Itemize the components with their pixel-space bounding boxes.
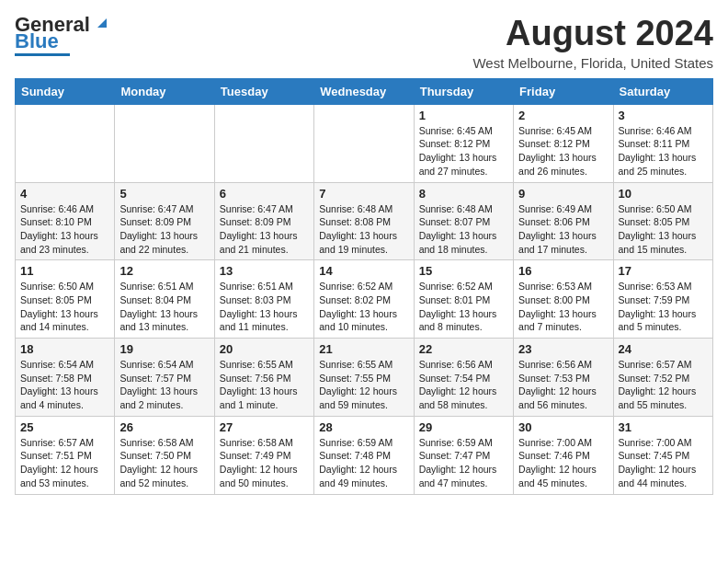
day-number: 24	[619, 342, 708, 356]
calendar-table: SundayMondayTuesdayWednesdayThursdayFrid…	[15, 78, 713, 495]
day-info: Sunrise: 6:56 AM Sunset: 7:54 PM Dayligh…	[419, 358, 508, 412]
logo-blue-text: Blue	[15, 31, 59, 52]
calendar-cell: 5Sunrise: 6:47 AM Sunset: 8:09 PM Daylig…	[115, 182, 214, 260]
day-number: 6	[220, 187, 309, 201]
day-number: 25	[20, 420, 109, 434]
day-info: Sunrise: 6:49 AM Sunset: 8:06 PM Dayligh…	[518, 202, 608, 257]
calendar-cell: 15Sunrise: 6:52 AM Sunset: 8:01 PM Dayli…	[414, 260, 513, 339]
day-number: 29	[419, 420, 508, 434]
calendar-cell	[115, 104, 214, 182]
weekday-header-friday: Friday	[514, 78, 613, 104]
subtitle: West Melbourne, Florida, United States	[472, 55, 713, 71]
day-number: 22	[419, 342, 508, 356]
day-number: 15	[419, 264, 508, 278]
page-header: General Blue August 2024 West Melbourne,…	[15, 15, 713, 71]
weekday-header-saturday: Saturday	[613, 78, 712, 104]
day-info: Sunrise: 6:54 AM Sunset: 7:58 PM Dayligh…	[20, 358, 109, 412]
day-info: Sunrise: 6:58 AM Sunset: 7:50 PM Dayligh…	[119, 436, 209, 490]
day-info: Sunrise: 6:55 AM Sunset: 7:56 PM Dayligh…	[220, 358, 309, 412]
day-info: Sunrise: 6:53 AM Sunset: 7:59 PM Dayligh…	[619, 280, 708, 334]
calendar-week-row: 18Sunrise: 6:54 AM Sunset: 7:58 PM Dayli…	[16, 339, 713, 417]
calendar-cell: 14Sunrise: 6:52 AM Sunset: 8:02 PM Dayli…	[314, 260, 414, 339]
day-number: 11	[20, 264, 109, 278]
calendar-cell: 30Sunrise: 7:00 AM Sunset: 7:46 PM Dayli…	[514, 416, 613, 494]
calendar-cell: 28Sunrise: 6:59 AM Sunset: 7:48 PM Dayli…	[314, 416, 414, 494]
day-info: Sunrise: 7:00 AM Sunset: 7:46 PM Dayligh…	[518, 436, 608, 490]
calendar-cell	[214, 104, 313, 182]
calendar-cell: 6Sunrise: 6:47 AM Sunset: 8:09 PM Daylig…	[214, 182, 313, 260]
day-info: Sunrise: 6:54 AM Sunset: 7:57 PM Dayligh…	[119, 358, 209, 412]
day-info: Sunrise: 6:57 AM Sunset: 7:52 PM Dayligh…	[619, 358, 708, 412]
calendar-cell: 24Sunrise: 6:57 AM Sunset: 7:52 PM Dayli…	[613, 339, 712, 417]
day-info: Sunrise: 6:48 AM Sunset: 8:07 PM Dayligh…	[419, 202, 508, 257]
calendar-cell: 17Sunrise: 6:53 AM Sunset: 7:59 PM Dayli…	[613, 260, 712, 339]
logo-line	[15, 53, 70, 56]
day-number: 27	[220, 420, 309, 434]
day-info: Sunrise: 6:48 AM Sunset: 8:08 PM Dayligh…	[319, 202, 408, 257]
calendar-cell	[16, 104, 115, 182]
calendar-cell: 31Sunrise: 7:00 AM Sunset: 7:45 PM Dayli…	[613, 416, 712, 494]
calendar-cell: 20Sunrise: 6:55 AM Sunset: 7:56 PM Dayli…	[214, 339, 313, 417]
calendar-cell: 27Sunrise: 6:58 AM Sunset: 7:49 PM Dayli…	[214, 416, 313, 494]
day-info: Sunrise: 6:52 AM Sunset: 8:02 PM Dayligh…	[319, 280, 408, 334]
day-number: 19	[119, 342, 209, 356]
weekday-header-row: SundayMondayTuesdayWednesdayThursdayFrid…	[16, 78, 713, 104]
weekday-header-monday: Monday	[115, 78, 214, 104]
calendar-cell: 16Sunrise: 6:53 AM Sunset: 8:00 PM Dayli…	[514, 260, 613, 339]
calendar-week-row: 4Sunrise: 6:46 AM Sunset: 8:10 PM Daylig…	[16, 182, 713, 260]
day-number: 30	[518, 420, 608, 434]
day-info: Sunrise: 6:51 AM Sunset: 8:04 PM Dayligh…	[119, 280, 209, 334]
calendar-week-row: 1Sunrise: 6:45 AM Sunset: 8:12 PM Daylig…	[16, 104, 713, 182]
day-number: 10	[619, 187, 708, 201]
day-info: Sunrise: 6:47 AM Sunset: 8:09 PM Dayligh…	[119, 202, 209, 257]
weekday-header-thursday: Thursday	[414, 78, 513, 104]
day-number: 12	[119, 264, 209, 278]
day-info: Sunrise: 7:00 AM Sunset: 7:45 PM Dayligh…	[619, 436, 708, 490]
day-info: Sunrise: 6:45 AM Sunset: 8:12 PM Dayligh…	[518, 124, 608, 178]
calendar-cell: 29Sunrise: 6:59 AM Sunset: 7:47 PM Dayli…	[414, 416, 513, 494]
main-title: August 2024	[472, 15, 713, 53]
day-number: 26	[119, 420, 209, 434]
calendar-cell: 22Sunrise: 6:56 AM Sunset: 7:54 PM Dayli…	[414, 339, 513, 417]
calendar-cell: 2Sunrise: 6:45 AM Sunset: 8:12 PM Daylig…	[514, 104, 613, 182]
logo-triangle-icon	[92, 13, 112, 33]
logo: General Blue	[15, 15, 112, 56]
calendar-cell: 7Sunrise: 6:48 AM Sunset: 8:08 PM Daylig…	[314, 182, 414, 260]
calendar-cell: 8Sunrise: 6:48 AM Sunset: 8:07 PM Daylig…	[414, 182, 513, 260]
day-number: 28	[319, 420, 408, 434]
day-number: 16	[518, 264, 608, 278]
day-info: Sunrise: 6:53 AM Sunset: 8:00 PM Dayligh…	[518, 280, 608, 334]
day-info: Sunrise: 6:50 AM Sunset: 8:05 PM Dayligh…	[20, 280, 109, 334]
calendar-cell: 11Sunrise: 6:50 AM Sunset: 8:05 PM Dayli…	[16, 260, 115, 339]
day-number: 5	[119, 187, 209, 201]
calendar-cell: 23Sunrise: 6:56 AM Sunset: 7:53 PM Dayli…	[514, 339, 613, 417]
weekday-header-sunday: Sunday	[16, 78, 115, 104]
day-number: 7	[319, 187, 408, 201]
day-info: Sunrise: 6:46 AM Sunset: 8:11 PM Dayligh…	[619, 124, 708, 178]
calendar-cell: 9Sunrise: 6:49 AM Sunset: 8:06 PM Daylig…	[514, 182, 613, 260]
calendar-cell: 19Sunrise: 6:54 AM Sunset: 7:57 PM Dayli…	[115, 339, 214, 417]
day-number: 20	[220, 342, 309, 356]
calendar-cell: 26Sunrise: 6:58 AM Sunset: 7:50 PM Dayli…	[115, 416, 214, 494]
day-info: Sunrise: 6:50 AM Sunset: 8:05 PM Dayligh…	[619, 202, 708, 257]
weekday-header-tuesday: Tuesday	[214, 78, 313, 104]
day-number: 1	[419, 109, 508, 122]
calendar-cell: 10Sunrise: 6:50 AM Sunset: 8:05 PM Dayli…	[613, 182, 712, 260]
calendar-cell: 21Sunrise: 6:55 AM Sunset: 7:55 PM Dayli…	[314, 339, 414, 417]
day-number: 18	[20, 342, 109, 356]
calendar-cell: 25Sunrise: 6:57 AM Sunset: 7:51 PM Dayli…	[16, 416, 115, 494]
day-info: Sunrise: 6:51 AM Sunset: 8:03 PM Dayligh…	[220, 280, 309, 334]
day-info: Sunrise: 6:59 AM Sunset: 7:48 PM Dayligh…	[319, 436, 408, 490]
day-info: Sunrise: 6:55 AM Sunset: 7:55 PM Dayligh…	[319, 358, 408, 412]
calendar-cell: 18Sunrise: 6:54 AM Sunset: 7:58 PM Dayli…	[16, 339, 115, 417]
day-number: 17	[619, 264, 708, 278]
weekday-header-wednesday: Wednesday	[314, 78, 414, 104]
calendar-week-row: 25Sunrise: 6:57 AM Sunset: 7:51 PM Dayli…	[16, 416, 713, 494]
day-number: 2	[518, 109, 608, 122]
calendar-cell: 13Sunrise: 6:51 AM Sunset: 8:03 PM Dayli…	[214, 260, 313, 339]
day-info: Sunrise: 6:58 AM Sunset: 7:49 PM Dayligh…	[220, 436, 309, 490]
day-number: 4	[20, 187, 109, 201]
day-info: Sunrise: 6:47 AM Sunset: 8:09 PM Dayligh…	[220, 202, 309, 257]
day-number: 14	[319, 264, 408, 278]
svg-marker-0	[97, 18, 107, 28]
